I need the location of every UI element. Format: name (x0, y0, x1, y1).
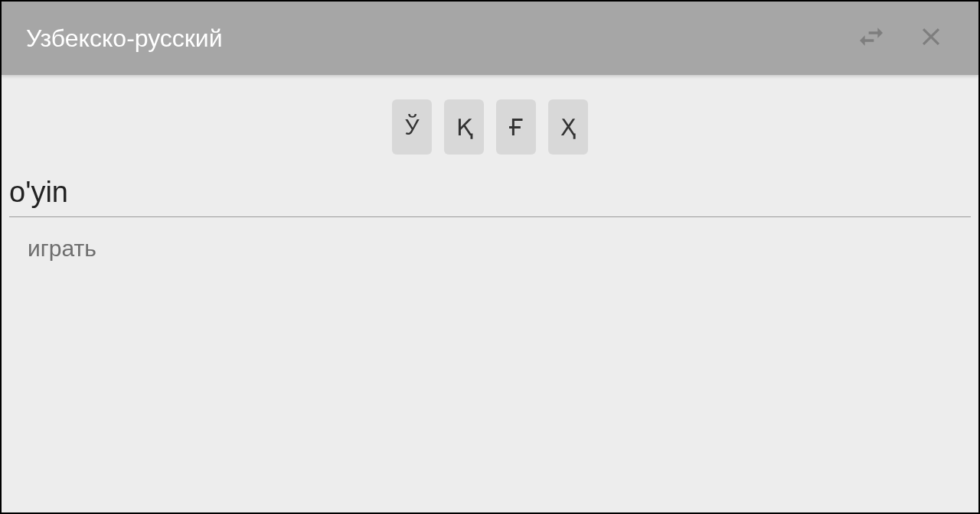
search-input[interactable] (9, 173, 971, 217)
close-button[interactable] (908, 15, 954, 61)
search-area (9, 173, 971, 217)
char-key-0[interactable]: Ў (392, 99, 432, 155)
char-key-2[interactable]: Ғ (496, 99, 536, 155)
close-icon (916, 22, 946, 54)
result-item[interactable]: играть (28, 231, 971, 266)
special-char-row: Ў Қ Ғ Ҳ (2, 99, 978, 155)
char-key-1[interactable]: Қ (444, 99, 484, 155)
swap-icon (856, 21, 887, 55)
swap-languages-button[interactable] (848, 15, 894, 61)
char-key-3[interactable]: Ҳ (548, 99, 588, 155)
app-header: Узбекско-русский (2, 2, 978, 75)
app-title: Узбекско-русский (26, 24, 835, 53)
results-list: играть (28, 231, 971, 266)
